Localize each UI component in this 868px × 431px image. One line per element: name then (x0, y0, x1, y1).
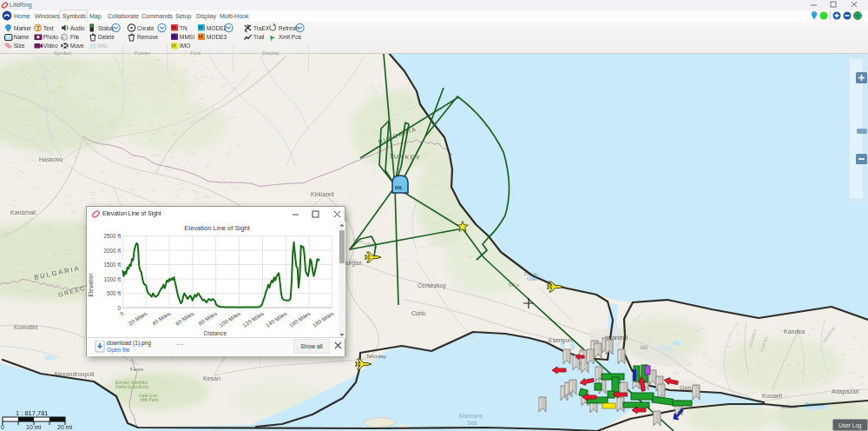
svg-text:1000 ft: 1000 ft (103, 276, 121, 282)
svg-text:Haskovo: Haskovo (39, 156, 62, 162)
svg-text:MIL: MIL (395, 185, 404, 190)
svg-text:2500 ft: 2500 ft (103, 233, 121, 239)
svg-text:Kesan: Kesan (203, 375, 220, 381)
svg-text:0: 0 (1, 424, 4, 430)
svg-text:Elevation: Elevation (88, 273, 94, 296)
svg-text:Feres: Feres (130, 367, 143, 372)
svg-text:1500 ft: 1500 ft (103, 262, 121, 268)
svg-text:Elevation Line of Sight: Elevation Line of Sight (184, 224, 250, 232)
svg-text:2000 ft: 2000 ft (103, 248, 121, 254)
svg-text:Esenyurt: Esenyurt (549, 337, 573, 344)
svg-text:Marmara: Marmara (459, 413, 483, 419)
svg-text:Corlu: Corlu (411, 310, 426, 316)
svg-text:Kocaeli: Kocaeli (762, 393, 782, 399)
svg-text:Komotini: Komotini (14, 324, 38, 330)
svg-text:500 ft: 500 ft (107, 290, 121, 296)
svg-text:Distance: Distance (204, 330, 227, 336)
svg-text:Parko Delta Evrou: Parko Delta Evrou (115, 385, 149, 389)
svg-text:1 : 817,781: 1 : 817,781 (16, 409, 49, 417)
svg-text:10 mi: 10 mi (26, 424, 42, 430)
svg-text:20 mi: 20 mi (57, 424, 73, 430)
svg-text:e: e (62, 35, 64, 40)
svg-text:Adapazari: Adapazari (832, 388, 859, 395)
svg-text:Kandira: Kandira (784, 328, 805, 335)
svg-text:Kirklareli: Kirklareli (311, 191, 334, 197)
svg-text:Sea: Sea (467, 420, 477, 426)
svg-text:Cerkezkoy: Cerkezkoy (418, 282, 447, 289)
svg-text:Kardzhali: Kardzhali (10, 209, 36, 216)
svg-text:Tekirdag: Tekirdag (366, 354, 386, 359)
svg-text:E80: E80 (641, 346, 648, 350)
svg-text:Milli Parki: Milli Parki (141, 398, 159, 402)
